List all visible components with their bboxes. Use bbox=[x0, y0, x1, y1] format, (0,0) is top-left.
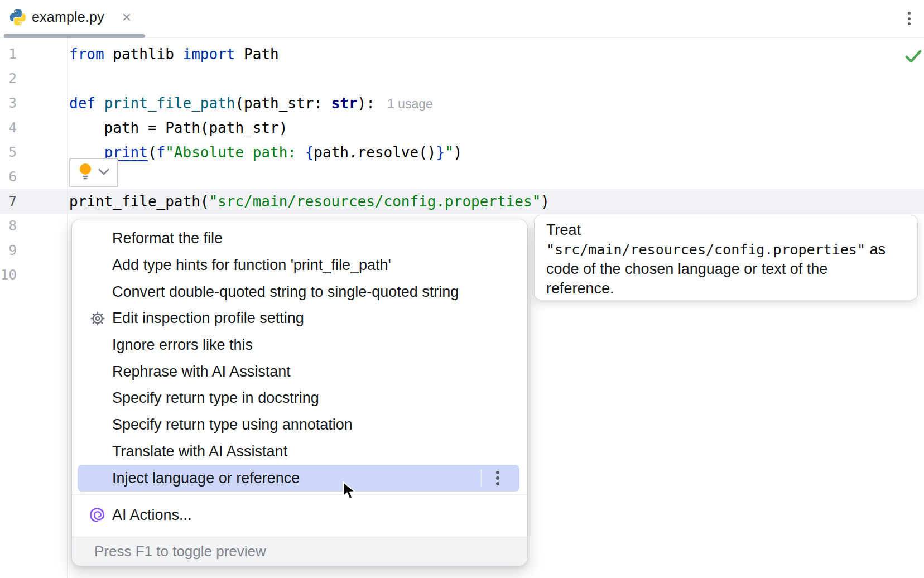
kebab-vertical-icon[interactable] bbox=[489, 468, 506, 488]
menu-item[interactable]: Specify return type using annotation bbox=[72, 412, 527, 439]
menu-item[interactable]: Rephrase with AI Assistant bbox=[72, 358, 527, 385]
selected-tab-indicator bbox=[4, 34, 145, 38]
menu-item[interactable]: Add type hints for function 'print_file_… bbox=[72, 252, 527, 279]
menu-item-label: Add type hints for function 'print_file_… bbox=[112, 257, 391, 274]
inspection-ok-check-icon[interactable] bbox=[905, 49, 922, 64]
menu-separator bbox=[72, 494, 527, 495]
line-number: 7 bbox=[0, 189, 17, 214]
menu-item[interactable]: Ignore errors like this bbox=[72, 332, 527, 359]
ide-window: example.py × 12345678910 from pathlib im… bbox=[0, 0, 924, 578]
line-number: 3 bbox=[0, 91, 17, 115]
menu-item-label: Reformat the file bbox=[112, 230, 223, 247]
mouse-cursor bbox=[341, 481, 357, 501]
chevron-down-icon bbox=[98, 168, 109, 178]
menu-item-label: Specify return type using annotation bbox=[112, 416, 353, 434]
icon-slot-empty bbox=[94, 469, 112, 487]
icon-slot-empty bbox=[89, 283, 107, 301]
preview-text: Treat"src/main/resources/config.properti… bbox=[546, 221, 886, 297]
menu-item[interactable]: Specify return type in docstring bbox=[72, 385, 527, 412]
menu-item[interactable]: Reformat the file bbox=[72, 225, 527, 252]
icon-slot-empty bbox=[89, 336, 107, 354]
code-line-7: print_file_path("src/main/resources/conf… bbox=[69, 189, 550, 214]
ai-swirl-icon bbox=[88, 505, 107, 524]
editor-tab-bar: example.py × bbox=[0, 0, 924, 38]
intention-lightbulb-button[interactable] bbox=[69, 158, 118, 187]
line-number: 10 bbox=[0, 263, 17, 287]
line-number: 2 bbox=[0, 66, 17, 91]
code-line-5: print(f"Absolute path: {path.resolve()}"… bbox=[69, 140, 462, 165]
icon-slot-empty bbox=[89, 442, 107, 460]
code-line-3: def print_file_path(path_str: str):1 usa… bbox=[69, 91, 433, 115]
intention-preview-tooltip: Treat"src/main/resources/config.properti… bbox=[534, 215, 918, 300]
menu-item-label: Inject language or reference bbox=[112, 470, 300, 487]
python-icon bbox=[9, 8, 27, 26]
intention-actions-popup: Reformat the fileAdd type hints for func… bbox=[71, 219, 528, 566]
menu-item[interactable]: Convert double-quoted string to single-q… bbox=[72, 278, 527, 305]
line-number: 6 bbox=[0, 165, 17, 189]
line-number: 9 bbox=[0, 238, 17, 263]
menu-item-label: Edit inspection profile setting bbox=[112, 310, 304, 327]
menu-item-label: Convert double-quoted string to single-q… bbox=[112, 283, 459, 301]
kebab-vertical-icon[interactable] bbox=[902, 8, 916, 29]
icon-slot-empty bbox=[89, 416, 107, 434]
menu-item[interactable]: Edit inspection profile setting bbox=[72, 305, 527, 332]
footer-hint-text: Press F1 to toggle preview bbox=[94, 543, 266, 560]
menu-item-label: Rephrase with AI Assistant bbox=[112, 363, 291, 380]
icon-slot-empty bbox=[89, 363, 107, 380]
gutter-separator bbox=[67, 38, 68, 578]
icon-slot-empty bbox=[89, 230, 107, 248]
tab-title: example.py bbox=[32, 0, 104, 34]
popup-footer: Press F1 to toggle preview bbox=[72, 537, 527, 566]
close-tab-icon[interactable]: × bbox=[118, 0, 135, 34]
menu-item[interactable]: Translate with AI Assistant bbox=[72, 439, 527, 465]
menu-item-label: AI Actions... bbox=[112, 507, 192, 524]
line-number: 8 bbox=[0, 214, 17, 238]
menu-item-label: Translate with AI Assistant bbox=[112, 443, 287, 460]
line-number: 4 bbox=[0, 115, 17, 140]
icon-slot-empty bbox=[89, 257, 107, 274]
intention-menu-list: Reformat the fileAdd type hints for func… bbox=[72, 225, 527, 528]
menu-item-ai-actions[interactable]: AI Actions... bbox=[72, 502, 527, 528]
line-number: 1 bbox=[0, 42, 17, 66]
menu-item[interactable]: Inject language or reference bbox=[78, 465, 519, 492]
lightbulb-icon bbox=[78, 162, 93, 184]
icon-slot-empty bbox=[89, 389, 107, 407]
menu-item-label: Specify return type in docstring bbox=[112, 389, 319, 407]
submenu-separator bbox=[481, 469, 482, 487]
menu-item-label: Ignore errors like this bbox=[112, 336, 253, 354]
code-line-4: path = Path(path_str) bbox=[69, 115, 287, 140]
line-number: 5 bbox=[0, 140, 17, 165]
usages-inlay-hint[interactable]: 1 usage bbox=[387, 97, 433, 111]
code-line-1: from pathlib import Path bbox=[69, 42, 279, 66]
gear-icon bbox=[89, 310, 107, 327]
